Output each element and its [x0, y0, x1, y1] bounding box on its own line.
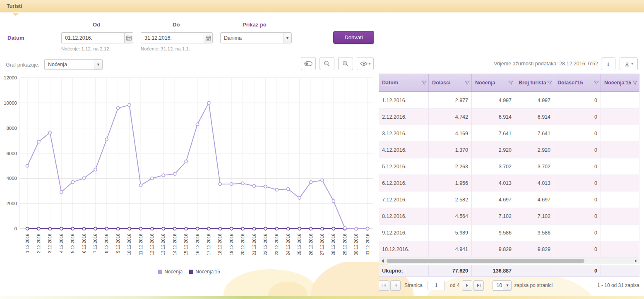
- table-cell: 4.941: [429, 241, 472, 257]
- filter-icon[interactable]: [594, 80, 599, 85]
- table-cell: [601, 241, 639, 257]
- legend-item[interactable]: Noćenja'15: [189, 269, 220, 275]
- tab-turisti[interactable]: Turisti: [7, 3, 22, 9]
- info-button[interactable]: i: [601, 57, 615, 70]
- table-row[interactable]: 4.12.2016.1.3702.9202.9200: [379, 142, 639, 158]
- scrollbar-thumb[interactable]: [387, 259, 584, 263]
- zoom-in-button[interactable]: [338, 57, 353, 70]
- date-from-input[interactable]: [61, 32, 124, 43]
- zoom-out-button[interactable]: [320, 57, 334, 70]
- svg-text:25.12.2016.: 25.12.2016.: [297, 232, 302, 255]
- svg-text:28.12.2016.: 28.12.2016.: [331, 232, 336, 255]
- page-size-label: zapisa po stranici: [514, 282, 553, 288]
- previous-page-button[interactable]: [390, 280, 401, 291]
- svg-text:12000: 12000: [4, 75, 17, 80]
- stranica-label: Stranica: [404, 282, 423, 288]
- table-cell: 9.586: [515, 225, 554, 241]
- svg-text:26.12.2016.: 26.12.2016.: [308, 232, 313, 255]
- svg-text:6.12.2016.: 6.12.2016.: [82, 232, 87, 253]
- svg-text:22.12.2016.: 22.12.2016.: [263, 232, 268, 255]
- visibility-menu-button[interactable]: ▾: [357, 57, 374, 70]
- table-cell: 4.564: [429, 208, 472, 224]
- first-page-button[interactable]: [379, 280, 389, 291]
- column-header-dolasci[interactable]: Dolasci: [429, 74, 472, 91]
- prikaz-po-select[interactable]: Danima ▼: [220, 32, 292, 43]
- table-cell: 1.956: [429, 175, 472, 191]
- date-to-input[interactable]: [141, 32, 204, 43]
- column-header-no-enja[interactable]: Noćenja: [472, 74, 515, 91]
- prikaz-po-label: Prikaz po: [243, 22, 267, 28]
- zoom-out-icon: [324, 60, 330, 67]
- table-cell: [601, 158, 639, 175]
- table-row[interactable]: 6.12.2016.1.9564.0134.0130: [379, 175, 639, 191]
- column-header-datum[interactable]: Datum: [379, 74, 429, 91]
- svg-text:24.12.2016.: 24.12.2016.: [286, 232, 291, 255]
- table-cell: 10.12.2016.: [379, 241, 429, 257]
- totals-label: Ukupno:: [379, 265, 429, 276]
- table-cell: 7.102: [472, 208, 515, 224]
- table-cell: 3.702: [515, 158, 554, 175]
- svg-text:10.12.2016.: 10.12.2016.: [127, 232, 132, 255]
- table-row[interactable]: 1.12.2016.2.9774.9974.9970: [379, 92, 639, 109]
- filter-icon[interactable]: [547, 80, 552, 85]
- calendar-to-button[interactable]: [204, 32, 213, 43]
- table-row[interactable]: 3.12.2016.4.1697.6417.6410: [379, 125, 639, 142]
- table-row[interactable]: 10.12.2016.4.9419.8299.8290: [379, 241, 639, 258]
- next-page-button[interactable]: [462, 280, 472, 291]
- column-header-dolasci-15[interactable]: Dolasci'15: [554, 74, 601, 91]
- previous-page-icon: [394, 283, 398, 287]
- table-cell: 0: [554, 125, 601, 141]
- chevron-down-icon: ▼: [94, 60, 102, 69]
- scroll-left-button[interactable]: [379, 258, 386, 264]
- graph-series-select[interactable]: Noćenja ▼: [44, 59, 103, 70]
- table-cell: 4.169: [429, 125, 472, 141]
- table-cell: [601, 92, 639, 108]
- export-button[interactable]: ▾: [620, 57, 638, 70]
- chart-legend: NoćenjaNoćenja'15: [3, 269, 375, 275]
- line-chart[interactable]: 0200040006000800010000120001.12.2016.2.1…: [3, 75, 375, 266]
- svg-text:7.12.2016.: 7.12.2016.: [93, 232, 98, 253]
- chevron-down-icon: ▾: [369, 62, 370, 66]
- table-cell: 0: [554, 142, 601, 158]
- table-row[interactable]: 8.12.2016.4.5647.1027.1020: [379, 208, 639, 225]
- table-cell: [601, 175, 639, 191]
- od-label: Od: [93, 22, 100, 28]
- column-header-broj-turista[interactable]: Broj turista: [515, 74, 554, 91]
- table-cell: 0: [554, 92, 601, 108]
- scroll-right-button[interactable]: [632, 258, 639, 264]
- totals-cell: [601, 265, 639, 276]
- svg-text:18.12.2016.: 18.12.2016.: [217, 232, 222, 255]
- table-cell: 6.914: [515, 109, 554, 125]
- horizontal-scrollbar[interactable]: [379, 258, 639, 264]
- calendar-icon: [126, 35, 132, 41]
- svg-text:16.12.2016.: 16.12.2016.: [195, 232, 200, 255]
- column-header-no-enja-15[interactable]: Noćenja'15: [601, 74, 639, 91]
- legend-item[interactable]: Noćenja: [158, 269, 183, 275]
- calendar-from-button[interactable]: [124, 32, 133, 43]
- eye-icon: [360, 61, 368, 66]
- filter-icon[interactable]: [465, 80, 470, 85]
- table-cell: 7.12.2016.: [379, 191, 429, 208]
- table-row[interactable]: 7.12.2016.2.5824.6974.6970: [379, 191, 639, 208]
- filter-icon[interactable]: [422, 80, 427, 85]
- table-cell: 2.263: [429, 158, 472, 175]
- last-page-button[interactable]: [473, 280, 484, 291]
- svg-text:29.12.2016.: 29.12.2016.: [342, 232, 347, 255]
- svg-text:2.12.2016.: 2.12.2016.: [36, 232, 41, 253]
- download-icon: [624, 61, 630, 67]
- filter-icon[interactable]: [632, 80, 637, 85]
- page-size-select[interactable]: 10 ▼: [493, 280, 512, 291]
- filter-icon[interactable]: [508, 80, 513, 85]
- page-number-input[interactable]: [428, 281, 445, 290]
- chevron-down-icon: ▼: [503, 281, 511, 290]
- page-size-value: 10: [493, 282, 503, 288]
- left-arrow-icon: [382, 259, 384, 263]
- dohvati-button[interactable]: Dohvati: [333, 31, 374, 44]
- table-row[interactable]: 2.12.2016.4.7426.9146.9140: [379, 109, 639, 125]
- table-cell: 7.102: [515, 208, 554, 224]
- last-page-icon: [477, 283, 481, 287]
- table-row[interactable]: 9.12.2016.5.9899.5869.5860: [379, 225, 639, 241]
- chart-toggle-button[interactable]: [301, 57, 316, 70]
- table-row[interactable]: 5.12.2016.2.2633.7023.7020: [379, 158, 639, 175]
- table-cell: 9.829: [472, 241, 515, 257]
